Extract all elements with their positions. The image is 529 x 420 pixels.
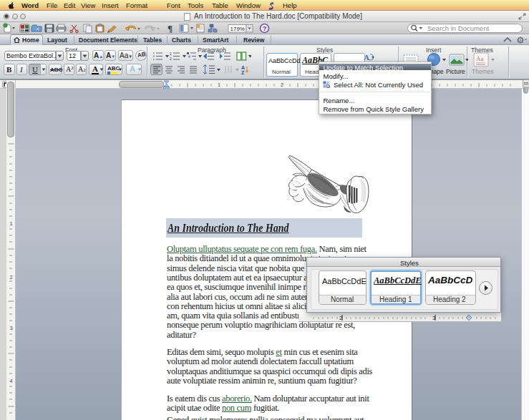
svg-text:3: 3 [9, 325, 12, 331]
svg-text:A: A [241, 65, 245, 70]
svg-text:1: 1 [218, 82, 220, 87]
svg-text:1: 1 [170, 52, 172, 56]
svg-text:2: 2 [170, 57, 172, 61]
svg-text:Aa: Aa [476, 55, 484, 62]
svg-text:¶: ¶ [168, 23, 173, 34]
svg-text:2: 2 [9, 274, 12, 280]
svg-text:Z: Z [241, 70, 245, 75]
svg-text:2: 2 [281, 82, 283, 87]
svg-text:?: ? [263, 24, 267, 32]
svg-text:A: A [364, 53, 369, 62]
svg-text:179%: 179% [230, 26, 245, 32]
svg-text:1: 1 [9, 220, 12, 227]
svg-text:4: 4 [9, 378, 12, 384]
